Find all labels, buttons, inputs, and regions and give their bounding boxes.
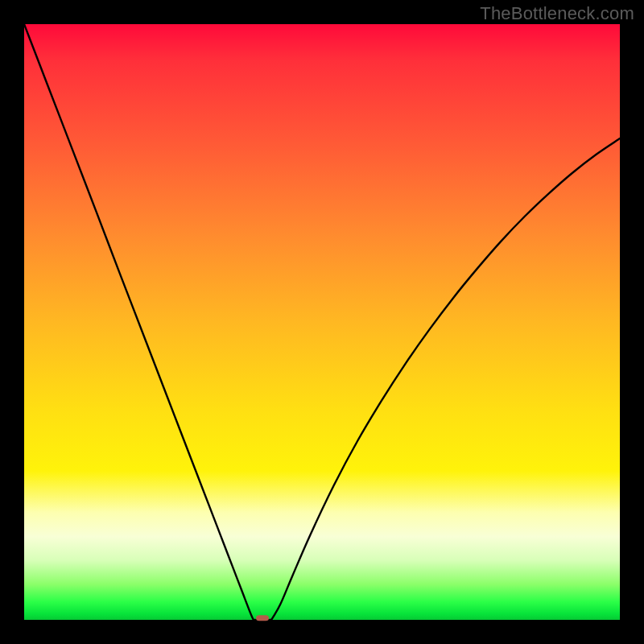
watermark-text: TheBottleneck.com xyxy=(480,3,634,24)
bottleneck-curve-left-path xyxy=(24,24,254,620)
chart-frame: TheBottleneck.com xyxy=(0,0,644,644)
curve-svg xyxy=(24,24,620,620)
plot-area xyxy=(24,24,620,620)
min-marker xyxy=(256,615,269,621)
bottleneck-curve-right-path xyxy=(271,138,620,620)
